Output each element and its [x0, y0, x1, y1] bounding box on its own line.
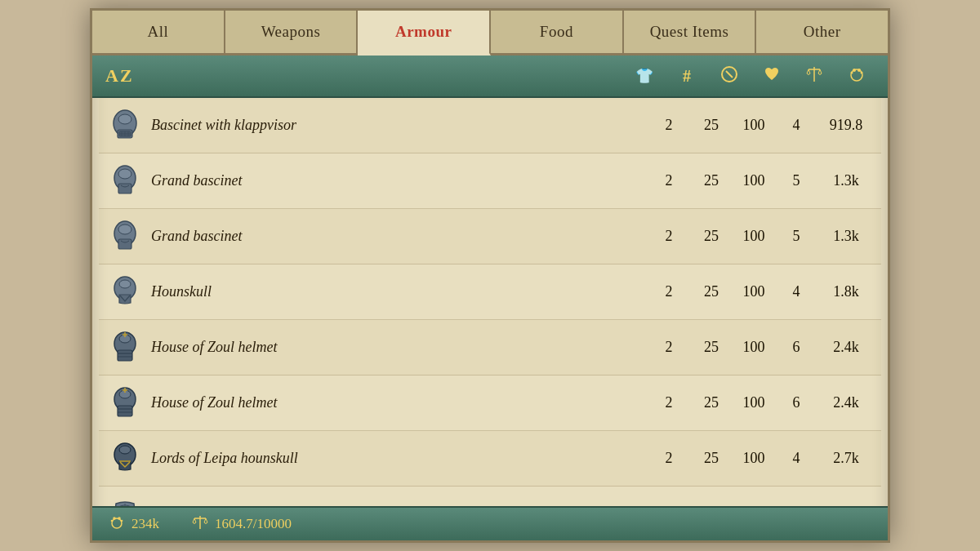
item-stat-col4: 6	[775, 339, 817, 356]
sort-label-area[interactable]: AZ	[105, 65, 635, 87]
list-item[interactable]: Hounskull 2 25 100 4 1.8k	[99, 264, 881, 320]
item-stat-col2: 25	[690, 450, 733, 467]
col-icon-shirt: 👕	[635, 67, 654, 85]
item-price: 1.8k	[817, 283, 875, 300]
col-icon-heart	[762, 65, 782, 87]
svg-point-4	[851, 69, 862, 81]
tab-all[interactable]: All	[92, 11, 225, 53]
svg-point-44	[118, 517, 121, 520]
col-icon-price	[847, 65, 866, 87]
item-name: Hounskull	[145, 283, 648, 300]
list-item[interactable]: Nurembergian cuirass 2 25 100 4 3.2k	[99, 487, 881, 506]
item-price: 2.7k	[817, 450, 875, 467]
svg-line-1	[726, 71, 733, 78]
svg-point-43	[113, 517, 116, 520]
list-item[interactable]: House of Zoul helmet 2 25 100 6 2.4k	[99, 375, 881, 431]
item-stat-col3: 100	[733, 394, 775, 411]
svg-point-42	[112, 518, 122, 528]
column-icons: 👕 #	[635, 65, 866, 87]
tab-bar: All Weapons Armour Food Quest Items Othe…	[92, 11, 888, 56]
item-stat-col4: 4	[775, 283, 817, 300]
item-list: Bascinet with klappvisor 2 25 100 4 919.…	[92, 98, 888, 506]
item-stat-col1: 2	[648, 117, 690, 134]
svg-rect-33	[118, 406, 132, 416]
list-item[interactable]: Lords of Leipa hounskull 2 25 100 4 2.7k	[99, 431, 881, 487]
item-price: 1.3k	[817, 228, 875, 245]
item-stat-col1: 2	[648, 228, 690, 245]
inventory-window: All Weapons Armour Food Quest Items Othe…	[90, 8, 890, 543]
svg-point-6	[858, 69, 861, 72]
item-stat-col4: 6	[775, 394, 817, 411]
svg-rect-18	[118, 184, 131, 193]
col-icon-scale	[804, 65, 824, 87]
item-stat-col2: 25	[690, 394, 733, 411]
item-name: House of Zoul helmet	[145, 339, 648, 356]
item-price: 2.4k	[817, 394, 875, 411]
sort-az-label[interactable]: AZ	[105, 65, 134, 87]
item-stat-col3: 100	[733, 339, 775, 356]
item-stat-col4: 4	[775, 450, 817, 467]
item-stat-col2: 25	[690, 228, 733, 245]
item-stat-col2: 25	[690, 117, 733, 134]
capacity-display: 1604.7/10000	[192, 514, 292, 535]
status-footer: 234k 1604.7/10000	[92, 506, 888, 540]
item-stat-col4: 5	[775, 228, 817, 245]
svg-point-19	[118, 169, 131, 179]
list-item[interactable]: Grand bascinet 2 25 100 5 1.3k	[99, 209, 881, 264]
svg-rect-26	[118, 350, 132, 361]
item-icon	[105, 328, 145, 367]
item-icon	[105, 162, 145, 201]
item-stat-col1: 2	[648, 339, 690, 356]
tab-armour[interactable]: Armour	[358, 11, 491, 56]
item-icon	[105, 495, 145, 507]
item-name: Bascinet with klappvisor	[145, 117, 648, 134]
item-name: Lords of Leipa hounskull	[145, 450, 648, 467]
item-stat-col3: 100	[733, 228, 775, 245]
svg-rect-21	[118, 239, 131, 249]
item-stat-col1: 2	[648, 394, 690, 411]
item-price: 1.3k	[817, 172, 875, 189]
list-item[interactable]: Grand bascinet 2 25 100 5 1.3k	[99, 153, 881, 209]
tab-weapons[interactable]: Weapons	[225, 11, 359, 53]
svg-point-24	[119, 280, 131, 288]
svg-point-22	[118, 224, 131, 234]
tab-food[interactable]: Food	[491, 11, 624, 53]
svg-point-40	[119, 446, 131, 454]
item-stat-col3: 100	[733, 172, 775, 189]
item-icon	[105, 106, 145, 145]
currency-value: 234k	[131, 516, 159, 532]
content-area: AZ 👕 #	[92, 56, 888, 540]
item-stat-col3: 100	[733, 450, 775, 467]
currency-icon	[109, 514, 125, 535]
tab-other[interactable]: Other	[756, 11, 888, 53]
col-icon-count: #	[677, 67, 697, 86]
col-icon-condition	[719, 65, 739, 87]
svg-point-45	[111, 519, 114, 522]
item-stat-col2: 25	[690, 283, 733, 300]
item-name: House of Zoul helmet	[145, 394, 648, 411]
list-item[interactable]: Bascinet with klappvisor 2 25 100 4 919.…	[99, 98, 881, 153]
tab-quest-items[interactable]: Quest Items	[624, 11, 757, 53]
item-price: 919.8	[817, 117, 875, 134]
item-stat-col1: 2	[648, 283, 690, 300]
item-icon	[105, 439, 145, 478]
item-stat-col1: 2	[648, 172, 690, 189]
item-name: Grand bascinet	[145, 172, 648, 189]
item-icon	[105, 217, 145, 256]
column-headers: AZ 👕 #	[92, 56, 888, 98]
capacity-icon	[192, 514, 208, 535]
item-price: 2.4k	[817, 339, 875, 356]
item-name: Grand bascinet	[145, 228, 648, 245]
item-stat-col2: 25	[690, 172, 733, 189]
svg-point-7	[851, 71, 853, 73]
svg-point-5	[853, 69, 856, 72]
item-stat-col3: 100	[733, 117, 775, 134]
item-stat-col2: 25	[690, 339, 733, 356]
svg-point-8	[861, 71, 863, 73]
item-stat-col4: 5	[775, 172, 817, 189]
currency-display: 234k	[109, 514, 159, 535]
list-item[interactable]: House of Zoul helmet 2 25 100 6 2.4k	[99, 320, 881, 375]
capacity-value: 1604.7/10000	[215, 516, 292, 532]
item-icon	[105, 273, 145, 312]
item-stat-col4: 4	[775, 117, 817, 134]
